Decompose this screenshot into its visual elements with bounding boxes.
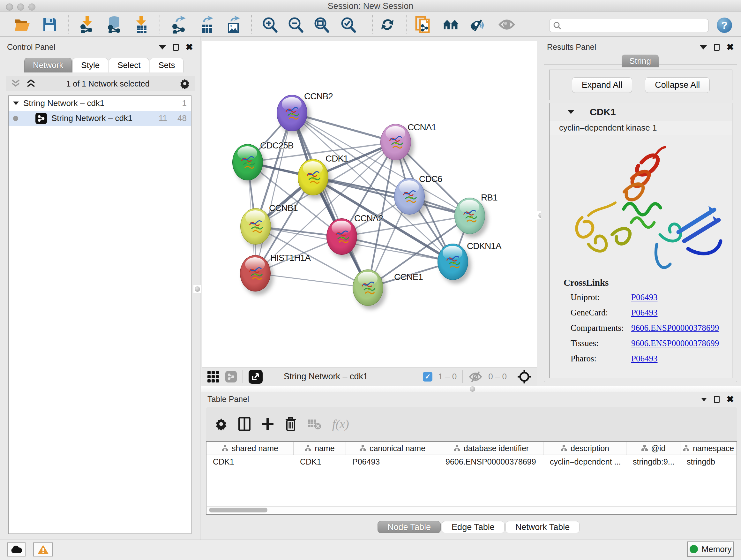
results-panel-title: Results Panel <box>547 43 596 52</box>
tab-string[interactable]: String <box>622 55 659 67</box>
network-node-HIST1H1A[interactable] <box>240 255 271 292</box>
show-graphics-details-disabled-icon[interactable] <box>498 16 515 33</box>
cdk1-section: CDK1 cyclin–dependent kinase 1 <box>549 103 732 378</box>
network-collection-row[interactable]: String Network – cdk1 1 <box>9 96 191 111</box>
open-session-icon[interactable] <box>14 16 30 33</box>
crosslinks-block: CrossLinks Uniprot: P06493 GeneCard: P06… <box>549 275 732 369</box>
hide-graphics-details-icon[interactable] <box>469 16 486 33</box>
add-column-icon[interactable] <box>261 418 274 430</box>
network-node-CDC25B[interactable] <box>232 144 263 180</box>
panel-collapse-icon[interactable] <box>700 45 707 50</box>
tab-edge-table[interactable]: Edge Table <box>442 521 504 533</box>
clone-network-icon[interactable] <box>415 16 431 33</box>
network-selected-status: 1 of 1 Network selected <box>41 79 175 88</box>
zoom-in-icon[interactable] <box>262 16 278 33</box>
crosslink-value-link[interactable]: P06493 <box>631 308 658 318</box>
refresh-icon[interactable] <box>379 16 396 33</box>
panel-float-icon[interactable] <box>173 44 179 51</box>
zoom-selected-icon[interactable] <box>340 16 357 33</box>
left-splitter-handle[interactable] <box>193 285 201 293</box>
memory-button[interactable]: Memory <box>687 542 734 557</box>
network-row[interactable]: String Network – cdk1 11 48 <box>9 111 191 126</box>
show-columns-icon[interactable] <box>239 417 251 431</box>
network-edge-HIST1H1A-CCNE1[interactable] <box>255 273 368 288</box>
crosshair-icon[interactable] <box>517 369 532 384</box>
collapse-all-icon[interactable] <box>10 79 21 88</box>
network-node-CCNA2[interactable] <box>327 219 357 255</box>
horizontal-scrollbar[interactable] <box>207 506 736 513</box>
export-image-icon[interactable] <box>225 16 242 33</box>
export-table-icon[interactable] <box>199 16 215 33</box>
tab-network-table[interactable]: Network Table <box>506 521 580 533</box>
hidden-eye-icon[interactable] <box>468 371 482 382</box>
section-collapse-icon[interactable] <box>567 110 575 114</box>
table-settings-gear-icon[interactable] <box>215 418 227 430</box>
import-table-file-icon[interactable] <box>133 16 149 33</box>
search-input[interactable] <box>562 21 705 30</box>
crosslink-value-link[interactable]: 9606.ENSP00000378699 <box>631 338 719 348</box>
column-header[interactable]: @id <box>626 442 680 455</box>
panel-close-icon[interactable]: ✖ <box>727 396 734 403</box>
scrollbar-thumb[interactable] <box>209 508 267 512</box>
detach-view-icon[interactable] <box>249 370 263 384</box>
zoom-out-icon[interactable] <box>287 16 304 33</box>
expand-all-button[interactable]: Expand All <box>572 77 632 93</box>
import-network-database-icon[interactable] <box>106 16 123 33</box>
crosslink-row: Uniprot: P06493 <box>570 293 732 302</box>
panel-collapse-icon[interactable] <box>159 45 166 50</box>
gear-icon[interactable] <box>179 78 190 89</box>
column-header[interactable]: description <box>543 442 626 455</box>
panel-close-icon[interactable]: ✖ <box>727 44 734 51</box>
network-node-CDKN1A[interactable] <box>437 244 468 280</box>
help-button[interactable]: ? <box>717 17 732 33</box>
tab-select[interactable]: Select <box>109 58 149 72</box>
save-session-icon[interactable] <box>42 16 58 33</box>
tab-sets[interactable]: Sets <box>150 58 184 72</box>
network-canvas[interactable]: CCNB2 CCNA1 CDC25B CDK1 CDC6 RB1 <box>202 41 537 367</box>
column-header[interactable]: namespace <box>680 442 736 455</box>
warning-button[interactable] <box>33 543 53 557</box>
selected-checkbox-icon[interactable]: ✓ <box>423 372 432 381</box>
tab-style[interactable]: Style <box>72 58 108 72</box>
zoom-fit-icon[interactable] <box>313 16 330 33</box>
network-node-CCNB1[interactable] <box>240 208 271 245</box>
column-hierarchy-icon <box>221 445 228 452</box>
crosslink-value-link[interactable]: 9606.ENSP00000378699 <box>631 323 719 333</box>
tree-expand-icon[interactable] <box>13 102 19 105</box>
export-network-icon[interactable] <box>171 16 188 33</box>
column-header[interactable]: canonical name <box>346 442 439 455</box>
memory-status-dot <box>690 545 698 553</box>
network-type-icon <box>225 371 237 382</box>
crosslink-value-link[interactable]: P06493 <box>631 354 658 364</box>
network-node-CCNA1[interactable] <box>381 124 411 160</box>
table-row[interactable]: CDK1 CDK1 P06493 9606.ENSP00000378699 cy… <box>206 455 737 468</box>
panel-float-icon[interactable] <box>714 396 720 403</box>
tab-node-table[interactable]: Node Table <box>378 521 441 533</box>
protein-squiggle <box>359 277 378 299</box>
cloud-button[interactable] <box>7 543 25 557</box>
panel-float-icon[interactable] <box>714 44 720 51</box>
crosslink-value-link[interactable]: P06493 <box>631 293 658 302</box>
tab-network[interactable]: Network <box>24 58 72 72</box>
toolbar-separator <box>68 15 69 34</box>
table-header-row: shared name name canonical name database… <box>206 442 737 455</box>
network-node-CCNE1[interactable] <box>353 269 383 306</box>
crosslink-row: Pharos: P06493 <box>570 354 732 364</box>
network-node-CCNB2[interactable] <box>277 95 307 131</box>
import-network-file-icon[interactable] <box>79 16 95 33</box>
panel-close-icon[interactable]: ✖ <box>186 44 193 51</box>
column-header[interactable]: database identifier <box>439 442 543 455</box>
delete-table-disabled-icon <box>307 418 321 430</box>
birds-eye-grid-icon[interactable] <box>207 370 219 383</box>
control-panel-tabs: Network Style Select Sets <box>24 58 184 72</box>
panel-collapse-icon[interactable] <box>701 398 707 401</box>
expand-all-icon[interactable] <box>25 79 37 88</box>
network-node-CDK1[interactable] <box>298 159 328 195</box>
column-header[interactable]: name <box>293 442 346 455</box>
cdk1-section-header[interactable]: CDK1 <box>549 103 732 121</box>
column-header[interactable]: shared name <box>206 442 293 455</box>
houses-icon[interactable] <box>443 16 459 33</box>
network-node-RB1[interactable] <box>455 198 485 234</box>
delete-column-icon[interactable] <box>285 417 296 431</box>
collapse-all-button[interactable]: Collapse All <box>645 77 710 93</box>
